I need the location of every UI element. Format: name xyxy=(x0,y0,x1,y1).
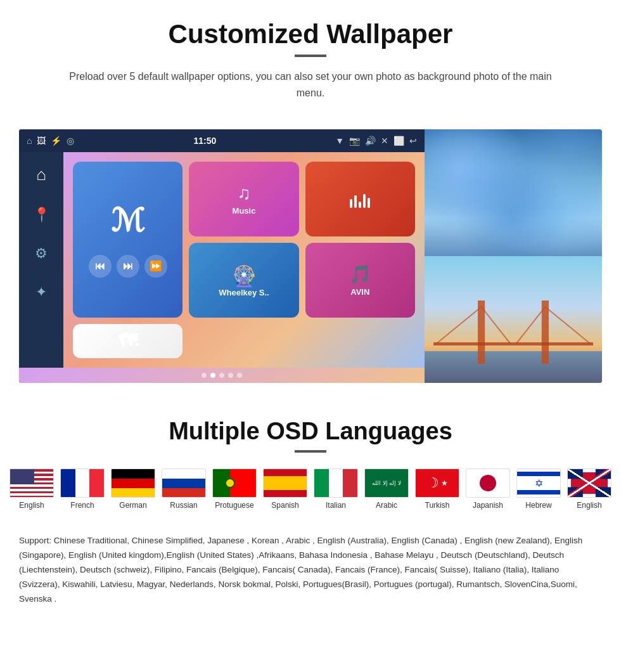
circle-icon: ◎ xyxy=(67,136,74,146)
flag-label-hebrew: Hebrew xyxy=(525,501,551,510)
location-icon[interactable]: 📍 xyxy=(33,207,50,223)
eq-bars xyxy=(350,190,370,208)
settings-sliders-icon[interactable]: ⚙ xyxy=(35,245,48,262)
ice-overlay xyxy=(425,129,602,256)
flag-spain xyxy=(263,468,307,498)
dot-row xyxy=(19,368,425,383)
flag-israel: ✡ xyxy=(516,468,561,498)
bt-controls: ⏮ ⏭ ⏩ xyxy=(89,255,167,278)
bridge-thumbnail xyxy=(425,256,602,383)
steering-wheel-icon: 🎡 xyxy=(231,264,257,288)
ice-cave-inner xyxy=(425,129,602,256)
flag-item-english-us: English xyxy=(9,468,54,510)
bluetooth-icon: ℳ xyxy=(111,202,144,239)
header-section: Customized Wallpaper Preload over 5 defa… xyxy=(0,0,621,113)
ff-button[interactable]: ⏩ xyxy=(144,255,167,278)
bridge-svg xyxy=(425,256,602,383)
flag-japan xyxy=(466,468,510,498)
support-text: Support: Chinese Traditional, Chinese Si… xyxy=(0,527,621,619)
flag-item-arabic: لا إله إلا الله Arabic xyxy=(364,468,409,510)
flag-item-russian: Russian xyxy=(161,468,207,510)
israel-stripe-bottom xyxy=(517,490,560,494)
flag-label-german: German xyxy=(119,501,146,510)
dot-2 xyxy=(210,373,215,378)
svg-rect-8 xyxy=(433,342,593,346)
bluetooth-tile[interactable]: ℳ ⏮ ⏭ ⏩ xyxy=(73,162,182,318)
usb-icon: ⚡ xyxy=(51,136,61,146)
gear-icon[interactable]: ✦ xyxy=(35,284,47,300)
flag-item-english-uk: English xyxy=(567,468,612,510)
eq-bar-3 xyxy=(359,202,361,208)
flag-arabic: لا إله إلا الله xyxy=(364,468,409,498)
japan-circle xyxy=(480,475,496,491)
image-icon: 🖼 xyxy=(37,136,46,146)
flag-turkey: ☽ ★ xyxy=(415,468,459,498)
main-content: ⌂ 📍 ⚙ ✦ ℳ ⏮ ⏭ ⏩ ♫ M xyxy=(19,152,425,368)
flag-item-german: German xyxy=(110,468,156,510)
dot-1 xyxy=(202,373,207,378)
flag-uk xyxy=(567,468,611,498)
eq-bar-2 xyxy=(354,195,357,208)
maps-tile[interactable]: 🗺 xyxy=(73,324,182,358)
status-icons-right: ▼ 📷 🔊 ✕ ⬜ ↩ xyxy=(335,136,417,146)
equalizer-tile[interactable] xyxy=(305,162,415,236)
camera-icon: 📷 xyxy=(349,136,360,146)
flag-item-hebrew: ✡ Hebrew xyxy=(516,468,561,510)
flag-label-arabic: Arabic xyxy=(376,501,397,510)
flag-label-french: French xyxy=(70,501,94,510)
dot-4 xyxy=(228,373,233,378)
flag-label-italian: Italian xyxy=(326,501,346,510)
flag-item-japanese: Japanish xyxy=(465,468,511,510)
flags-row: English French German xyxy=(25,468,596,510)
avin-icon: 🎵 xyxy=(349,264,371,285)
languages-title: Multiple OSD Languages xyxy=(25,418,596,445)
wifi-icon: ▼ xyxy=(335,136,344,146)
prev-button[interactable]: ⏮ xyxy=(89,255,112,278)
back-icon: ↩ xyxy=(409,136,417,146)
app-grid: ℳ ⏮ ⏭ ⏩ ♫ Music xyxy=(63,152,425,368)
music-tile[interactable]: ♫ Music xyxy=(189,162,298,236)
wheelkey-label: Wheelkey S.. xyxy=(219,288,269,297)
next-button[interactable]: ⏭ xyxy=(117,255,139,278)
screen-icon: ⬜ xyxy=(394,136,404,146)
avin-tile[interactable]: 🎵 AVIN xyxy=(305,243,415,318)
music-icon: ♫ xyxy=(237,183,250,204)
flag-label-turkish: Turkish xyxy=(425,501,450,510)
flag-russia xyxy=(162,468,206,498)
star-icon: ★ xyxy=(441,479,448,488)
maps-icon: 🗺 xyxy=(118,330,138,352)
status-icons-left: ⌂ 🖼 ⚡ ◎ xyxy=(27,136,74,146)
flag-france xyxy=(60,468,105,498)
eq-bar-1 xyxy=(350,199,352,208)
flag-label-russian: Russian xyxy=(170,501,197,510)
flag-item-turkish: ☽ ★ Turkish xyxy=(414,468,460,510)
flag-italy xyxy=(314,468,358,498)
flag-germany xyxy=(111,468,155,498)
languages-section: Multiple OSD Languages English French xyxy=(0,399,621,527)
flag-usa xyxy=(10,468,54,498)
flag-label-spanish: Spanish xyxy=(271,501,298,510)
android-ui: ⌂ 🖼 ⚡ ◎ 11:50 ▼ 📷 🔊 ✕ ⬜ ↩ ⌂ 📍 ⚙ ✦ xyxy=(19,129,425,383)
music-label: Music xyxy=(233,206,256,216)
wheelkey-tile[interactable]: 🎡 Wheelkey S.. xyxy=(189,243,298,318)
volume-icon: 🔊 xyxy=(365,136,376,146)
arabic-flag-text: لا إله إلا الله xyxy=(371,479,402,488)
wallpaper-thumbnails xyxy=(425,129,602,383)
svg-rect-1 xyxy=(425,351,602,383)
maps-icon-container: 🗺 xyxy=(118,330,138,352)
dot-3 xyxy=(219,373,224,378)
flag-item-french: French xyxy=(60,468,105,510)
eq-bar-4 xyxy=(363,194,366,208)
subtitle: Preload over 5 default wallpaper options… xyxy=(63,68,558,101)
flag-item-spanish: Spanish xyxy=(262,468,308,510)
flag-portugal xyxy=(212,468,257,498)
home-status-icon: ⌂ xyxy=(27,136,32,146)
israel-stripe-top xyxy=(517,472,560,476)
home-icon[interactable]: ⌂ xyxy=(36,165,46,184)
flag-label-portuguese: Protuguese xyxy=(215,501,253,510)
time-display: 11:50 xyxy=(193,136,216,146)
flag-label-english-uk: English xyxy=(577,501,601,510)
close-icon: ✕ xyxy=(381,136,388,146)
dot-5 xyxy=(237,373,242,378)
avin-label: AVIN xyxy=(350,287,369,297)
